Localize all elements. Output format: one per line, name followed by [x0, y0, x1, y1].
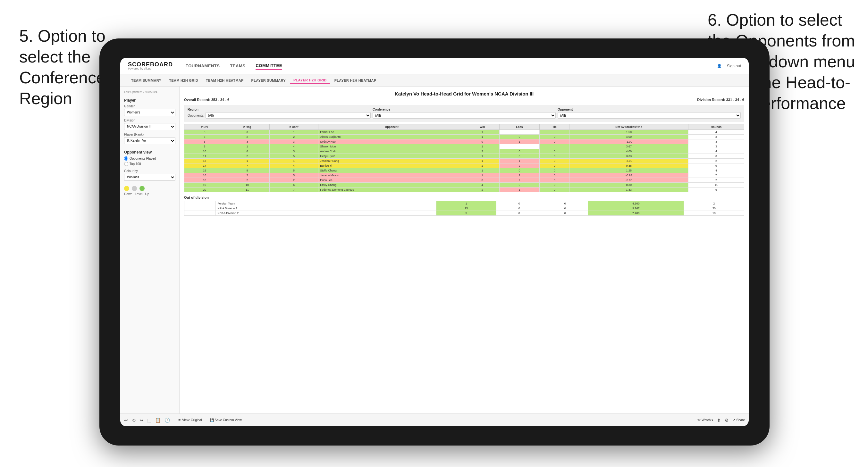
colour-label-up: Up — [145, 192, 149, 196]
table-cell: 2 — [500, 178, 540, 183]
sub-nav-player-summary[interactable]: PLAYER SUMMARY — [248, 77, 289, 84]
table-cell: Foreign Team — [216, 201, 436, 206]
table-cell: 1 — [500, 187, 540, 192]
app-logo: SCOREBOARD Powered by clippd — [128, 62, 173, 70]
table-cell: -5.00 — [569, 178, 688, 183]
table-cell: 4 — [269, 163, 318, 168]
table-cell: 0 — [540, 159, 569, 163]
table-cell: 1 — [269, 159, 318, 163]
nav-committee[interactable]: COMMITTEE — [255, 62, 282, 70]
table-cell: 5 — [184, 135, 225, 139]
colour-dot-up — [140, 186, 145, 191]
table-row: 1635Jessica Mason120-0.947 — [184, 173, 744, 178]
table-cell — [540, 144, 569, 149]
top-100-label: Top 100 — [129, 162, 141, 166]
view-original-btn[interactable]: 👁 View: Original — [180, 418, 202, 422]
table-cell: 1 — [465, 154, 499, 159]
col-header-reg: # Reg — [225, 124, 270, 130]
name-cell: Sydney Kuo — [318, 139, 465, 144]
table-cell — [540, 130, 569, 135]
app-logo-sub: Powered by clippd — [128, 67, 173, 70]
table-cell: 0 — [500, 154, 540, 159]
table-row: 20117Federica Domenq Lacroze2101.336 — [184, 187, 744, 192]
player-section-title: Player — [124, 98, 176, 102]
table-cell — [184, 211, 216, 216]
opponent-select[interactable]: (All) — [558, 112, 741, 119]
table-cell: 14 — [184, 163, 225, 168]
table-cell: 4 — [269, 144, 318, 149]
table-cell: 10 — [225, 183, 270, 187]
app-logo-text: SCOREBOARD — [128, 62, 173, 67]
table-cell: 20 — [184, 187, 225, 192]
last-updated-text: Last Updated: 27/03/2024 — [124, 90, 176, 94]
region-select-row: Opponents: (All) — [188, 112, 371, 119]
table-cell: 1 — [500, 139, 540, 144]
name-cell: Euna Lee — [318, 178, 465, 183]
table-row: 1822Euna Lee020-5.002 — [184, 178, 744, 183]
save-custom-view-label: Save Custom View — [215, 418, 242, 422]
region-select[interactable]: (All) — [206, 112, 371, 119]
table-cell: 1 — [465, 135, 499, 139]
colour-by-select[interactable]: Win/loss — [124, 174, 176, 181]
table-cell: 0 — [496, 211, 542, 216]
col-header-opponent: Opponent — [318, 124, 465, 130]
col-header-div: # Div — [184, 124, 225, 130]
table-cell: 0 — [496, 201, 542, 206]
table-cell: 2 — [225, 154, 270, 159]
sub-nav-team-h2h-grid[interactable]: TEAM H2H GRID — [166, 77, 202, 84]
division-select[interactable]: NCAA Division III — [124, 123, 176, 130]
table-cell: 3 — [225, 130, 270, 135]
table-cell — [500, 130, 540, 135]
nav-teams[interactable]: TEAMS — [230, 62, 245, 69]
table-cell: 0 — [465, 139, 499, 144]
save-custom-view-btn[interactable]: 💾 Save Custom View — [210, 418, 242, 422]
table-cell: -3.00 — [569, 159, 688, 163]
table-cell: 16 — [184, 173, 225, 178]
sub-nav-team-h2h-heatmap[interactable]: TEAM H2H HEATMAP — [203, 77, 247, 84]
gender-select[interactable]: Women's — [124, 109, 176, 116]
table-cell: 3 — [688, 135, 744, 139]
app-nav: SCOREBOARD Powered by clippd TOURNAMENTS… — [120, 58, 749, 74]
table-cell: 1 — [465, 168, 499, 173]
watch-label: Watch — [702, 418, 711, 422]
name-cell: Sharon Mun — [318, 144, 465, 149]
sign-out-link[interactable]: Sign out — [727, 64, 741, 68]
player-rank-select[interactable]: 8. Katelyn Vo — [124, 137, 176, 144]
right-content: Katelyn Vo Head-to-Head Grid for Women's… — [180, 87, 749, 426]
user-icon: 👤 — [717, 64, 722, 68]
table-cell: 2 — [688, 159, 744, 163]
watch-btn[interactable]: 👁 Watch ▾ — [698, 418, 713, 422]
sub-nav-player-h2h-heatmap[interactable]: PLAYER H2H HEATMAP — [331, 77, 380, 84]
name-cell: Jessica Mason — [318, 173, 465, 178]
nav-tournaments[interactable]: TOURNAMENTS — [186, 62, 220, 69]
table-row: NCAA Division 25007.40010 — [184, 211, 744, 216]
table-cell: -1.00 — [569, 139, 688, 144]
radio-top-100[interactable]: Top 100 — [124, 162, 176, 166]
opponents-played-label: Opponents Played — [129, 157, 156, 160]
table-cell: 0 — [500, 135, 540, 139]
colour-by-label: Colour by — [124, 169, 176, 173]
table-cell: 1.25 — [569, 168, 688, 173]
conference-select[interactable]: (All) — [373, 112, 556, 119]
radio-opponents-played[interactable]: Opponents Played — [124, 156, 176, 161]
share-label: Share — [736, 418, 745, 422]
table-row: 1063Andrea York2004.004 — [184, 149, 744, 154]
region-title: Region — [188, 108, 371, 111]
table-cell: 0 — [496, 206, 542, 211]
name-cell: Eunice Yi — [318, 163, 465, 168]
sub-nav-team-summary[interactable]: TEAM SUMMARY — [128, 77, 164, 84]
options-icon[interactable]: ⚙ — [725, 418, 729, 423]
division-label: Division — [124, 119, 176, 122]
toolbar-sep-2 — [206, 417, 206, 424]
export-icon[interactable]: ⬆ — [717, 418, 721, 423]
table-cell: 1 — [465, 130, 499, 135]
col-header-rounds: Rounds — [688, 124, 744, 130]
name-cell: Jessica Huang — [318, 159, 465, 163]
main-content: Last Updated: 27/03/2024 Player Gender W… — [120, 87, 749, 426]
share-btn[interactable]: ↗ Share — [733, 418, 745, 422]
sub-nav-player-h2h-grid[interactable]: PLAYER H2H GRID — [290, 77, 330, 84]
table-cell: 4.00 — [569, 149, 688, 154]
page-title: Katelyn Vo Head-to-Head Grid for Women's… — [184, 91, 744, 96]
table-cell: 5 — [269, 168, 318, 173]
name-cell: Alexis Sudjianto — [318, 135, 465, 139]
